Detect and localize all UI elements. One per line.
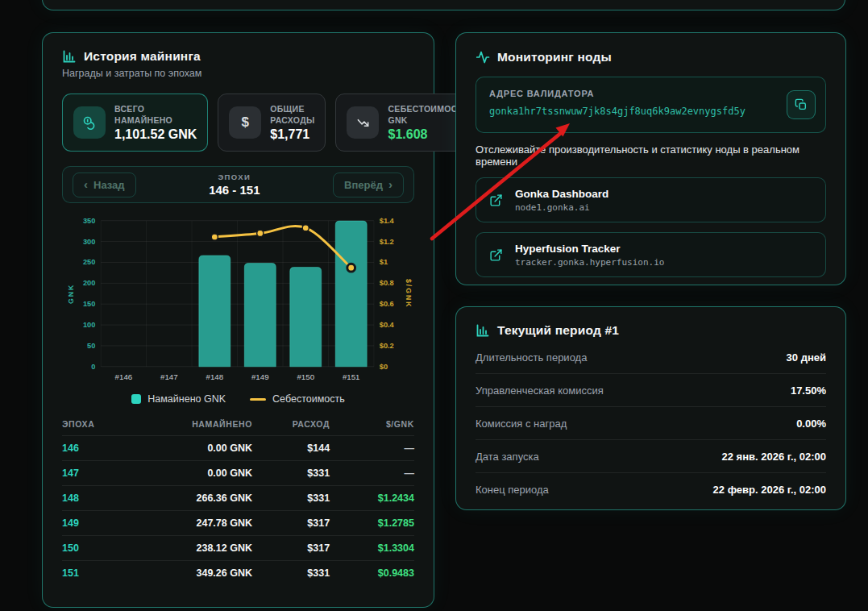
copy-icon <box>795 98 808 111</box>
svg-text:100: 100 <box>83 321 95 329</box>
link-title: Gonka Dashboard <box>515 188 608 200</box>
mining-chart: 050100150200250300350$0$0.2$0.4$0.6$0.8$… <box>62 213 414 405</box>
epochs-caption: ЭПОХИ <box>209 172 260 181</box>
external-link-icon <box>489 248 503 262</box>
stat-label: ВСЕГО НАМАЙНЕНО <box>114 103 197 126</box>
epoch-navigation: ‹ Назад ЭПОХИ 146 - 151 Вперёд › <box>62 166 414 203</box>
stat-cards: ВСЕГО НАМАЙНЕНО 1,101.52 GNK $ ОБЩИЕ РАС… <box>62 94 414 152</box>
legend-item-cost[interactable]: Себестоимость <box>250 393 345 405</box>
stat-value: $1,771 <box>270 127 314 142</box>
table-row: 151 349.26 GNK $331 $0.9483 <box>62 560 414 585</box>
svg-text:$1.4: $1.4 <box>380 217 395 225</box>
epochs-range: 146 - 151 <box>209 183 260 197</box>
svg-text:GNK: GNK <box>67 284 75 304</box>
monitoring-description: Отслеживайте производительность и статис… <box>476 143 826 168</box>
epochs-forward-button[interactable]: Вперёд › <box>333 172 404 197</box>
validator-address: gonka1hr7tssnwuw7jk8s4gjf8uq6k9aw2evnygs… <box>489 106 777 117</box>
svg-text:$0.4: $0.4 <box>380 321 395 329</box>
panel-title: Мониторинг ноды <box>497 50 612 64</box>
svg-text:0: 0 <box>91 363 95 371</box>
svg-text:50: 50 <box>87 342 95 350</box>
activity-icon <box>476 50 490 64</box>
svg-text:#147: #147 <box>160 372 178 381</box>
mining-chart-svg: 050100150200250300350$0$0.2$0.4$0.6$0.8$… <box>62 213 416 390</box>
svg-text:$0: $0 <box>380 363 388 371</box>
legend-item-mined[interactable]: Намайнено GNK <box>131 393 226 405</box>
page-title: История майнинга <box>84 49 201 64</box>
line-swatch-icon <box>250 398 266 401</box>
panel-subtitle: Награды и затраты по эпохам <box>62 68 414 79</box>
svg-text:$0.2: $0.2 <box>380 342 394 350</box>
mining-history-panel: История майнинга Награды и затраты по эп… <box>42 32 434 608</box>
table-header-row: ЭПОХА НАМАЙНЕНО РАСХОД $/GNK <box>62 413 414 435</box>
period-row: Комиссия с наград 0.00% <box>476 407 826 440</box>
link-card-gonka-dashboard[interactable]: Gonka Dashboard node1.gonka.ai <box>476 177 826 222</box>
svg-text:$1: $1 <box>380 258 388 266</box>
period-row: Дата запуска 22 янв. 2026 г., 02:00 <box>476 440 826 473</box>
period-row: Управленческая комиссия 17.50% <box>476 374 826 407</box>
dollar-icon: $ <box>229 106 261 139</box>
table-row: 146 0.00 GNK $144 — <box>62 435 414 460</box>
link-card-hyperfusion-tracker[interactable]: Hyperfusion Tracker tracker.gonka.hyperf… <box>476 232 826 277</box>
external-link-icon <box>489 193 503 207</box>
link-url: tracker.gonka.hyperfusion.io <box>515 257 664 268</box>
svg-text:200: 200 <box>83 279 95 287</box>
validator-address-card: АДРЕС ВАЛИДАТОРА gonka1hr7tssnwuw7jk8s4g… <box>476 77 826 133</box>
period-row: Длительность периода 30 дней <box>476 341 826 374</box>
svg-text:#151: #151 <box>343 372 360 381</box>
svg-text:#149: #149 <box>251 372 269 381</box>
table-row: 150 238.12 GNK $317 $1.3304 <box>62 535 414 560</box>
svg-text:300: 300 <box>83 238 95 246</box>
copy-address-button[interactable] <box>787 90 816 119</box>
period-details: Длительность периода 30 дней Управленчес… <box>476 341 826 506</box>
epochs-table: ЭПОХА НАМАЙНЕНО РАСХОД $/GNK 146 0.00 GN… <box>62 413 414 585</box>
current-period-panel: Текущий период #1 Длительность периода 3… <box>455 306 846 510</box>
svg-text:$1.2: $1.2 <box>380 238 394 246</box>
stat-card-total-mined: ВСЕГО НАМАЙНЕНО 1,101.52 GNK <box>62 94 208 152</box>
table-row: 148 266.36 GNK $331 $1.2434 <box>62 485 414 510</box>
chart-legend: Намайнено GNK Себестоимость <box>62 393 414 405</box>
bar-chart-icon <box>476 323 490 338</box>
svg-text:150: 150 <box>83 300 95 308</box>
table-row: 149 247.78 GNK $317 $1.2785 <box>62 510 414 535</box>
stat-value: 1,101.52 GNK <box>114 127 197 142</box>
trending-down-icon <box>347 106 379 139</box>
bar-chart-icon <box>62 49 77 64</box>
svg-text:$0.8: $0.8 <box>380 279 394 287</box>
svg-text:$0.6: $0.6 <box>380 300 394 308</box>
svg-text:#148: #148 <box>206 372 224 381</box>
stat-card-total-costs: $ ОБЩИЕ РАСХОДЫ $1,771 <box>218 94 326 152</box>
validator-address-label: АДРЕС ВАЛИДАТОРА <box>489 89 777 98</box>
svg-text:#150: #150 <box>297 372 314 381</box>
svg-text:250: 250 <box>83 258 95 266</box>
bar-swatch-icon <box>131 394 141 404</box>
svg-text:$/GNK: $/GNK <box>405 279 413 308</box>
svg-text:#146: #146 <box>115 372 133 381</box>
period-row: Конец периода 22 февр. 2026 г., 02:00 <box>476 473 826 506</box>
chevron-right-icon: › <box>388 181 392 189</box>
panel-title: Текущий период #1 <box>497 323 619 338</box>
chevron-left-icon: ‹ <box>84 181 88 189</box>
link-title: Hyperfusion Tracker <box>515 243 664 255</box>
epochs-back-button[interactable]: ‹ Назад <box>73 172 136 197</box>
link-url: node1.gonka.ai <box>515 202 608 213</box>
coins-icon <box>73 106 106 139</box>
top-panel-partial <box>42 0 845 10</box>
table-row: 147 0.00 GNK $331 — <box>62 460 414 485</box>
stat-label: ОБЩИЕ РАСХОДЫ <box>270 103 314 126</box>
svg-text:350: 350 <box>83 217 95 225</box>
node-monitoring-panel: Мониторинг ноды АДРЕС ВАЛИДАТОРА gonka1h… <box>455 32 846 285</box>
